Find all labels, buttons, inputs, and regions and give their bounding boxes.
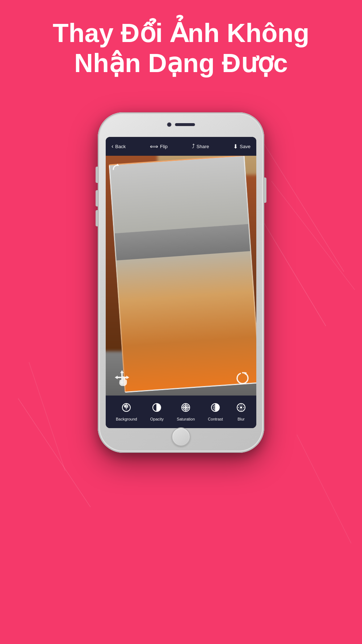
phone-screen: ‹ Back ⟺ Flip ⤴ Share ⬇ Save	[106, 137, 256, 428]
opacity-label: Opacity	[150, 417, 164, 421]
app-toolbar: Background Opacity	[106, 396, 256, 428]
phone-speaker	[175, 123, 195, 126]
phone-camera	[167, 122, 172, 127]
overlay-photo[interactable]	[109, 156, 256, 393]
svg-line-3	[18, 398, 90, 507]
photo-edit-area	[106, 156, 256, 396]
svg-point-17	[126, 408, 127, 410]
svg-point-16	[127, 406, 129, 407]
rotate-right-icon[interactable]	[234, 370, 251, 390]
svg-point-39	[239, 409, 240, 409]
svg-point-40	[242, 409, 243, 409]
svg-line-1	[253, 127, 344, 272]
phone-mockup: ‹ Back ⟺ Flip ⤴ Share ⬇ Save	[98, 112, 264, 453]
share-label: Share	[197, 144, 209, 149]
svg-point-15	[124, 405, 126, 407]
back-icon: ‹	[111, 143, 113, 150]
back-button[interactable]: ‹ Back	[111, 143, 126, 150]
blur-icon	[236, 402, 246, 415]
tool-background[interactable]: Background	[116, 402, 137, 421]
app-header: ‹ Back ⟺ Flip ⤴ Share ⬇ Save	[106, 137, 256, 156]
saturation-label: Saturation	[177, 417, 195, 421]
svg-point-33	[240, 405, 241, 406]
headline-line2: Nhận Dạng Được	[22, 48, 340, 78]
svg-line-4	[29, 362, 65, 471]
save-button[interactable]: ⬇ Save	[233, 143, 251, 150]
svg-point-37	[239, 405, 240, 406]
back-label: Back	[115, 144, 126, 149]
contrast-icon	[210, 402, 220, 415]
phone-notch	[167, 122, 195, 127]
tool-saturation[interactable]: Saturation	[177, 402, 195, 421]
background-icon	[121, 402, 131, 415]
scene-sky	[110, 156, 248, 233]
svg-line-2	[272, 181, 355, 290]
tool-contrast[interactable]: Contrast	[208, 402, 223, 421]
opacity-icon	[152, 402, 162, 415]
phone-shell: ‹ Back ⟺ Flip ⤴ Share ⬇ Save	[98, 112, 264, 453]
svg-point-34	[240, 410, 241, 411]
svg-point-32	[240, 406, 242, 409]
flip-label: Flip	[160, 144, 168, 149]
svg-marker-10	[126, 376, 129, 379]
svg-marker-6	[115, 164, 119, 166]
svg-line-5	[297, 435, 351, 543]
save-label: Save	[240, 144, 251, 149]
move-drag-icon[interactable]	[113, 368, 131, 390]
svg-marker-9	[115, 376, 118, 379]
contrast-label: Contrast	[208, 417, 223, 421]
flip-icon: ⟺	[150, 143, 158, 150]
flip-button[interactable]: ⟺ Flip	[150, 143, 168, 150]
rotate-left-icon[interactable]	[111, 163, 124, 179]
share-button[interactable]: ⤴ Share	[192, 143, 209, 150]
saturation-icon	[181, 402, 191, 415]
tool-opacity[interactable]: Opacity	[150, 402, 164, 421]
svg-marker-7	[120, 370, 124, 373]
share-icon: ⤴	[192, 143, 195, 150]
headline: Thay Đổi Ảnh Không Nhận Dạng Được	[0, 18, 362, 78]
headline-line1: Thay Đổi Ảnh Không	[22, 18, 340, 48]
svg-point-36	[243, 407, 244, 408]
blur-label: Blur	[237, 417, 245, 421]
save-icon: ⬇	[233, 143, 238, 150]
tool-blur[interactable]: Blur	[236, 402, 246, 421]
background-label: Background	[116, 417, 137, 421]
phone-home-button[interactable]	[172, 427, 190, 446]
svg-point-35	[238, 407, 239, 408]
svg-point-38	[242, 405, 243, 406]
